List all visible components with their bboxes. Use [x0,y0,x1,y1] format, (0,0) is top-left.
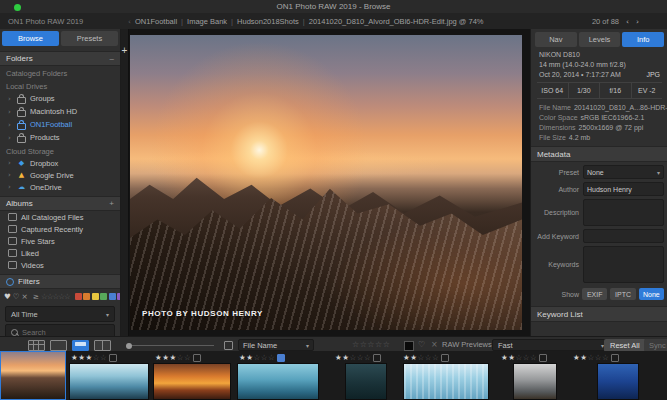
breadcrumb-item[interactable]: Image Bank [187,17,227,26]
thumbnail-rating[interactable]: ★★★☆☆ [155,353,201,362]
show-option-none[interactable]: None [639,288,664,300]
folder-item-on1football[interactable]: ›ON1Football [0,118,120,131]
sync-button[interactable]: Sync [644,339,667,352]
albums-section-header[interactable]: Albums + [0,196,120,211]
slider-knob[interactable] [126,343,132,349]
color-label-chip[interactable] [404,341,414,351]
filmstrip-view-icon[interactable] [72,340,89,351]
chevron-right-icon[interactable]: › [8,171,13,179]
chevron-right-icon[interactable]: › [8,121,13,129]
filters-toggle-icon[interactable] [6,278,14,286]
album-item-liked[interactable]: Liked [0,247,120,259]
reject-icon[interactable]: × [431,340,438,349]
album-item-five-stars[interactable]: Five Stars [0,235,120,247]
cloud-item-onedrive[interactable]: ›☁OneDrive [0,181,120,193]
thumbnail-rating[interactable]: ★★☆☆☆ [501,353,547,362]
main-photo[interactable]: PHOTO BY HUDSON HENRY [130,35,522,330]
thumbnail-rating[interactable]: ★★★☆☆ [71,353,117,362]
color-filter-chip[interactable] [92,293,99,300]
thumbnail-checkbox[interactable] [373,354,381,362]
thumbnail-glacier-ice[interactable] [403,363,489,400]
chevron-right-icon[interactable]: › [8,159,13,167]
thumbnail-icy-water[interactable] [69,363,149,400]
add-album-icon[interactable]: + [109,199,114,208]
chevron-right-icon[interactable]: › [8,183,13,191]
folder-item-products[interactable]: ›Products [0,131,120,144]
thumbnail-rating[interactable]: ★★☆☆☆ [239,353,285,362]
filmstrip-item[interactable]: ★★☆☆☆ [331,351,399,400]
color-filter-chip[interactable] [109,293,116,300]
thumbnail-checkbox[interactable] [109,354,117,362]
filmstrip-item[interactable]: ★★☆☆☆ [399,351,497,400]
reset-all-button[interactable]: Reset All [604,339,646,352]
thumbnail-teal-mountain[interactable] [237,363,319,400]
show-option-iptc[interactable]: IPTC [610,288,635,300]
thumbnail-size-slider[interactable] [128,345,214,346]
add-keyword-field[interactable] [583,229,664,243]
next-photo-icon[interactable]: › [636,17,639,26]
thumbnail-rating[interactable]: ★★☆☆☆ [335,353,381,362]
search-input[interactable]: Search [5,324,115,336]
thumbnail-misty-peak[interactable] [513,363,557,400]
filmstrip-item[interactable]: ★★☆☆☆ [497,351,569,400]
sort-dropdown[interactable]: File Name ▾ [238,339,314,351]
filters-section-header[interactable]: Filters [0,274,120,289]
tab-browse[interactable]: Browse [2,31,59,46]
folder-item-groups[interactable]: ›Groups [0,92,120,105]
liked-filter-icon[interactable]: ♥ [4,292,11,301]
rating-filter-stars[interactable]: ☆☆☆☆☆ [41,292,70,301]
chevron-right-icon[interactable]: › [8,134,13,142]
rating-operator[interactable]: ≥ [33,292,39,301]
grid-view-icon[interactable] [28,340,45,351]
chevron-right-icon[interactable]: › [8,108,13,116]
keyword-list-section-header[interactable]: Keyword List [531,306,667,322]
not-liked-filter-icon[interactable]: ♡ [13,292,20,301]
breadcrumb-item[interactable]: Hudson2018Shots [237,17,299,26]
thumbnail-checkbox[interactable] [277,354,285,362]
filmstrip-item[interactable]: ★★☆☆☆ [569,351,647,400]
photo-view-icon[interactable] [50,340,67,351]
author-field[interactable]: Hudson Henry [583,182,664,196]
pan-tool-icon[interactable]: + [119,45,130,56]
thumbnail-checkbox[interactable] [193,354,201,362]
tab-info[interactable]: Info [622,32,664,47]
breadcrumb-item[interactable]: 20141020_D810_Alvord_OBl6-HDR-Edit.jpg @… [309,17,484,26]
album-item-captured-recently[interactable]: Captured Recently [0,223,120,235]
collapse-icon[interactable]: – [110,54,114,63]
time-range-dropdown[interactable]: All Time ▾ [5,306,115,322]
rejected-filter-icon[interactable]: × [21,292,27,301]
thumbnail-checkbox[interactable] [539,354,547,362]
cataloged-folders-label[interactable]: Cataloged Folders [0,66,120,79]
filmstrip-item[interactable] [0,351,67,400]
cloud-item-dropbox[interactable]: ›◆Dropbox [0,157,120,169]
thumbnail-orange-sunset[interactable] [153,363,231,400]
breadcrumb-back-icon[interactable]: ‹ [128,17,131,26]
album-item-videos[interactable]: Videos [0,259,120,271]
like-icon[interactable]: ♡ [418,340,425,349]
labels-toggle-checkbox[interactable] [224,341,233,350]
tab-nav[interactable]: Nav [535,32,577,47]
tab-levels[interactable]: Levels [579,32,621,47]
thumbnail-blue-sky[interactable] [597,363,639,400]
tab-presets[interactable]: Presets [61,31,118,46]
filmstrip-item[interactable]: ★★☆☆☆ [235,351,331,400]
chevron-right-icon[interactable]: › [8,95,13,103]
description-field[interactable] [583,199,664,226]
previous-photo-icon[interactable]: ‹ [626,17,629,26]
filmstrip-item[interactable]: ★★★☆☆ [151,351,235,400]
thumbnail-rating[interactable]: ★★☆☆☆ [403,353,449,362]
album-item-all-cataloged-files[interactable]: All Cataloged Files [0,211,120,223]
filmstrip-item[interactable]: ★★★☆☆ [67,351,151,400]
metadata-section-header[interactable]: Metadata [531,146,667,162]
rating-stars[interactable]: ☆☆☆☆☆ [352,340,390,349]
thumbnail-checkbox[interactable] [441,354,449,362]
thumbnail-checkbox[interactable] [611,354,619,362]
folder-item-macintosh-hd[interactable]: ›Macintosh HD [0,105,120,118]
compare-view-icon[interactable] [94,340,111,351]
color-filter-chip[interactable] [83,293,90,300]
raw-previews-dropdown[interactable]: Fast ▾ [492,339,610,351]
show-option-exif[interactable]: EXIF [582,288,607,300]
color-filter-chip[interactable] [100,293,107,300]
thumbnail-sunset-ridge[interactable] [0,351,66,400]
thumbnail-dark-teal[interactable] [345,363,387,400]
